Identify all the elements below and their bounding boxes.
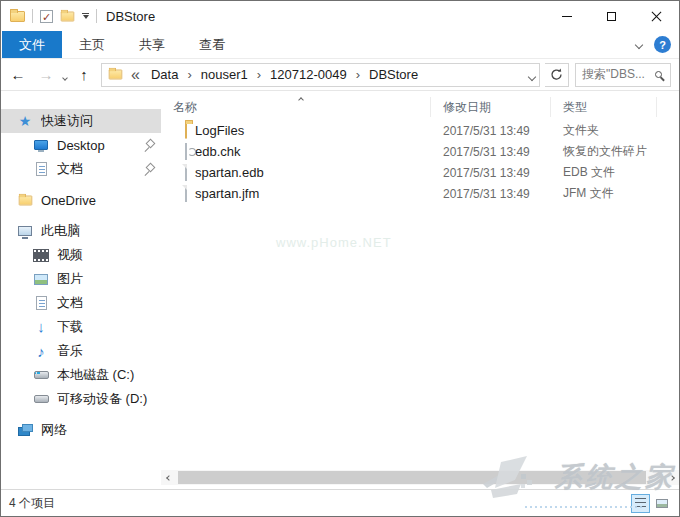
breadcrumb-overflow[interactable]: « [127, 66, 142, 84]
breadcrumb-item[interactable]: DBStore [364, 67, 423, 82]
sidebar-item-music[interactable]: ♪音乐 [1, 339, 161, 363]
address-bar-row: ← → ↑ « Data›nouser1›120712-0049›DBStore… [1, 59, 679, 91]
maximize-button[interactable] [589, 1, 634, 31]
sidebar-item-network[interactable]: 网络 [1, 418, 161, 442]
page-watermark: www.pHome.NET [276, 235, 392, 250]
sidebar-item-label: OneDrive [41, 193, 155, 208]
folder-icon [10, 11, 25, 22]
sidebar-item-quick-access[interactable]: ★快速访问 [1, 109, 161, 133]
sidebar-item-disk-c[interactable]: 本地磁盘 (C:) [1, 363, 161, 387]
sidebar-item-pictures[interactable]: 图片 [1, 267, 161, 291]
music-icon: ♪ [33, 343, 49, 359]
properties-check-icon[interactable]: ✓ [40, 10, 53, 23]
navigation-pane: ★快速访问Desktop文档OneDrive此电脑视频图片文档↓下载♪音乐本地磁… [1, 91, 161, 489]
title-bar: ✓ DBStore [1, 1, 679, 31]
sidebar-item-label: 网络 [41, 421, 155, 439]
network-icon [17, 422, 33, 438]
tab-share[interactable]: 共享 [122, 31, 182, 58]
minimize-button[interactable] [544, 1, 589, 31]
file-row-spartan.jfm[interactable]: spartan.jfm2017/5/31 13:49JFM 文件 [161, 183, 679, 204]
sidebar-item-label: 图片 [57, 270, 155, 288]
view-switcher [631, 494, 671, 513]
computer-icon [17, 223, 33, 239]
column-header-name[interactable]: 名称 [161, 97, 431, 117]
new-folder-icon[interactable] [61, 11, 75, 21]
customize-dropdown-icon[interactable] [82, 13, 89, 19]
sidebar-item-label: 可移动设备 (D:) [57, 390, 155, 408]
file-date: 2017/5/31 13:49 [431, 166, 551, 180]
close-button[interactable] [634, 1, 679, 31]
tab-file[interactable]: 文件 [2, 31, 62, 58]
horizontal-scrollbar[interactable] [161, 470, 679, 485]
folder-icon [185, 123, 187, 138]
file-icon [185, 186, 187, 201]
picture-icon [33, 271, 49, 287]
sidebar-item-label: 快速访问 [41, 112, 155, 130]
sidebar-item-label: 文档 [57, 294, 155, 312]
back-button[interactable]: ← [7, 66, 29, 83]
file-row-edb.chk[interactable]: edb.chk2017/5/31 13:49恢复的文件碎片 [161, 141, 679, 162]
file-type: EDB 文件 [551, 164, 657, 181]
window-controls [544, 1, 679, 31]
file-type: 恢复的文件碎片 [551, 143, 657, 160]
refresh-icon [550, 68, 563, 81]
forward-button[interactable]: → [35, 66, 57, 83]
file-name: edb.chk [195, 144, 241, 159]
file-type: JFM 文件 [551, 185, 657, 202]
search-input[interactable]: 搜索"DBS... [575, 63, 671, 87]
file-list-pane: 名称 修改日期 类型 LogFiles2017/5/31 13:49文件夹edb… [161, 91, 679, 489]
disk-icon [33, 391, 49, 407]
sidebar-item-this-pc[interactable]: 此电脑 [1, 219, 161, 243]
details-view-icon [635, 498, 646, 508]
scroll-right-arrow[interactable] [664, 470, 679, 485]
breadcrumb-separator-icon[interactable]: › [255, 67, 263, 82]
details-view-button[interactable] [631, 494, 650, 513]
address-dropdown-icon[interactable] [529, 66, 535, 84]
file-type: 文件夹 [551, 122, 657, 139]
sidebar-item-downloads[interactable]: ↓下载 [1, 315, 161, 339]
doc-icon [33, 161, 49, 177]
desktop-icon [33, 137, 49, 153]
pin-icon [144, 140, 155, 151]
help-button[interactable]: ? [654, 36, 671, 53]
scroll-left-arrow[interactable] [161, 470, 176, 485]
file-date: 2017/5/31 13:49 [431, 145, 551, 159]
download-icon: ↓ [33, 319, 49, 335]
video-icon [33, 247, 49, 263]
breadcrumb-item[interactable]: Data [146, 67, 183, 82]
refresh-button[interactable] [545, 63, 569, 87]
breadcrumb-separator-icon[interactable]: › [185, 67, 193, 82]
sidebar-item-label: 视频 [57, 246, 155, 264]
close-icon [651, 11, 662, 22]
location-folder-icon [109, 70, 123, 80]
scrollbar-track[interactable] [176, 470, 664, 485]
file-row-spartan.edb[interactable]: spartan.edb2017/5/31 13:49EDB 文件 [161, 162, 679, 183]
collapse-ribbon-icon[interactable] [635, 40, 643, 48]
scrollbar-thumb[interactable] [178, 471, 646, 484]
column-header-date[interactable]: 修改日期 [431, 97, 551, 117]
sidebar-item-desktop[interactable]: Desktop [1, 133, 161, 157]
tab-view[interactable]: 查看 [182, 31, 242, 58]
file-list: LogFiles2017/5/31 13:49文件夹edb.chk2017/5/… [161, 120, 679, 489]
address-box[interactable]: « Data›nouser1›120712-0049›DBStore [101, 63, 540, 87]
tab-home[interactable]: 主页 [62, 31, 122, 58]
chk-icon [185, 144, 187, 159]
sidebar-item-documents[interactable]: 文档 [1, 291, 161, 315]
folder-icon [17, 192, 33, 208]
recent-locations-dropdown-icon[interactable] [63, 66, 67, 84]
ribbon-tabs-row: 文件主页共享查看 ? [1, 31, 679, 59]
breadcrumb-item[interactable]: nouser1 [196, 67, 253, 82]
main-area: ★快速访问Desktop文档OneDrive此电脑视频图片文档↓下载♪音乐本地磁… [1, 91, 679, 489]
column-header-type[interactable]: 类型 [551, 97, 657, 117]
minimize-icon [562, 16, 572, 17]
sidebar-item-documents-qa[interactable]: 文档 [1, 157, 161, 181]
thumbnails-view-button[interactable] [652, 494, 671, 513]
breadcrumb-item[interactable]: 120712-0049 [265, 67, 352, 82]
file-row-LogFiles[interactable]: LogFiles2017/5/31 13:49文件夹 [161, 120, 679, 141]
doc-icon [33, 295, 49, 311]
up-button[interactable]: ↑ [73, 66, 95, 83]
sidebar-item-disk-d[interactable]: 可移动设备 (D:) [1, 387, 161, 411]
breadcrumb-separator-icon[interactable]: › [354, 67, 362, 82]
sidebar-item-onedrive[interactable]: OneDrive [1, 188, 161, 212]
sidebar-item-videos[interactable]: 视频 [1, 243, 161, 267]
